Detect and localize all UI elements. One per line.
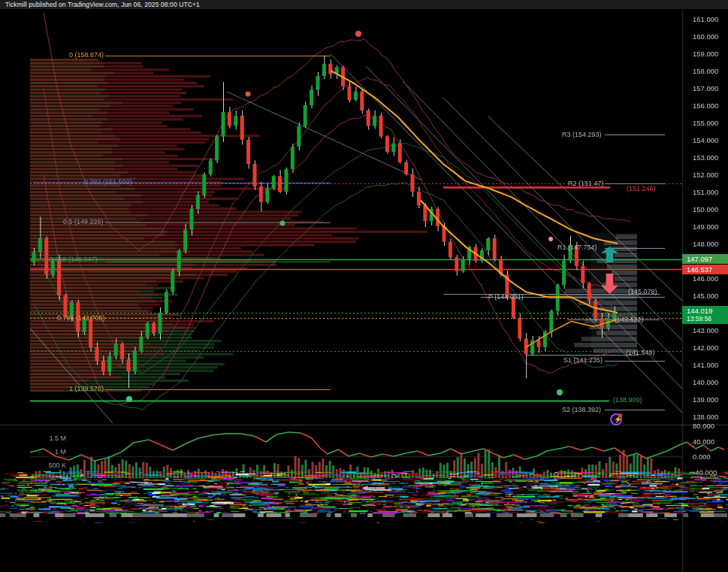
price-tick: 149.000: [682, 222, 728, 231]
fib-label-382[interactable]: 0.382 (151.502): [84, 178, 132, 186]
ray-label-141549[interactable]: (141.549): [626, 349, 655, 356]
last-price-value: 144.019: [687, 307, 712, 315]
indicator-tick: 0.000: [682, 452, 728, 461]
price-badge-green-level: 147.097: [682, 254, 728, 264]
price-tick: 154.000: [682, 136, 728, 144]
red-level-value: 146.537: [687, 265, 712, 274]
price-tick: 140.000: [682, 378, 728, 386]
fib-label-618[interactable]: 0.618 (146.947): [50, 256, 98, 263]
price-badge-red-level: 146.537: [682, 265, 728, 274]
pivot-label-r3[interactable]: R3 (154.293): [562, 131, 602, 138]
price-tick: 141.000: [682, 361, 728, 369]
notification-dot: [618, 413, 622, 417]
fib-label-50[interactable]: 0.5 (149.226): [63, 218, 104, 225]
ray-label-138909[interactable]: (138.909): [613, 396, 642, 404]
price-tick: 159.000: [682, 50, 728, 58]
price-tick: 156.000: [682, 101, 728, 110]
pivot-label-r2[interactable]: R2 (151.47): [568, 180, 604, 187]
pivot-label-p[interactable]: P (144.931): [488, 293, 524, 301]
fib-label-100[interactable]: 1 (139.576): [44, 385, 104, 392]
price-tick: 155.000: [682, 119, 728, 127]
price-tick: 158.000: [682, 67, 728, 75]
volume-scale-1m: 1 M: [30, 448, 66, 455]
price-tick: 151.000: [682, 188, 728, 196]
pivot-label-s2[interactable]: S2 (138.392): [562, 406, 601, 413]
price-chart-canvas[interactable]: [0, 0, 728, 572]
lightning-badge-icon[interactable]: ⚡: [610, 413, 622, 425]
volume-scale-500k: 500 K: [30, 462, 66, 469]
price-tick: 153.000: [682, 153, 728, 162]
attribution-bar: Tickmill published on TradingView.com, J…: [0, 0, 728, 10]
volume-scale-1-5m: 1.5 M: [30, 434, 66, 442]
pivot-label-s1[interactable]: S1 (141.235): [563, 356, 603, 364]
price-tick: 145.000: [682, 292, 728, 300]
tradingview-chart-screenshot: Tickmill published on TradingView.com, J…: [0, 0, 728, 572]
price-tick: 143.000: [682, 326, 728, 334]
pivot-label-r1[interactable]: R1 (147.754): [557, 244, 597, 251]
price-tick: 139.000: [682, 395, 728, 404]
price-axis[interactable]: 161.000160.000159.000158.000157.000156.0…: [682, 9, 728, 572]
fib-label-786[interactable]: 0.786 (143.706): [57, 314, 105, 322]
price-tick: 157.000: [682, 84, 728, 92]
last-price-badge: 144.019 13:59:56: [682, 306, 728, 324]
bar-countdown: 13:59:56: [687, 315, 728, 322]
price-tick: 138.000: [682, 413, 728, 421]
price-tick: 142.000: [682, 344, 728, 352]
indicator-tick: -40.000: [682, 468, 728, 477]
price-tick: 148.000: [682, 240, 728, 248]
ray-label-143622[interactable]: (143.622): [615, 316, 644, 323]
price-tick: 150.000: [682, 205, 728, 213]
indicator-tick: 80.000: [682, 422, 728, 430]
attribution-text: Tickmill published on TradingView.com, J…: [5, 1, 200, 8]
indicator-tick: 40.000: [682, 437, 728, 446]
price-tick: 161.000: [682, 15, 728, 23]
ray-label-151246[interactable]: (151.246): [627, 185, 656, 192]
price-tick: 152.000: [682, 171, 728, 179]
green-level-value: 147.097: [687, 255, 712, 263]
price-tick: 146.000: [682, 274, 728, 283]
ray-label-145078[interactable]: (145.078): [628, 288, 657, 295]
price-tick: 160.000: [682, 32, 728, 41]
fib-label-0[interactable]: 0 (158.874): [44, 51, 104, 59]
